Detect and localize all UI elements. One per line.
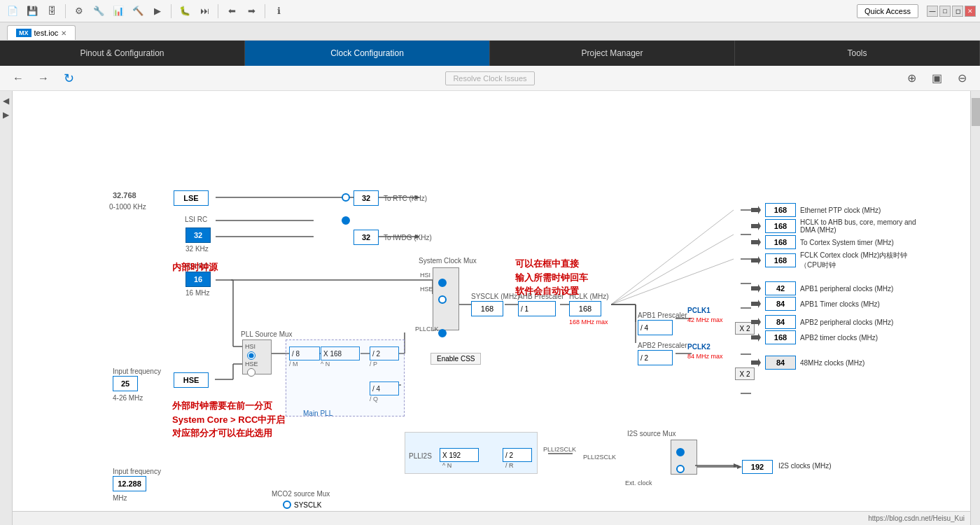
hse-range: 4-26 MHz [113,394,143,402]
maximize-button[interactable]: □ [939,6,951,17]
rpl-row-8: 84 48MHz clocks (MHz) [751,356,926,370]
apb1-div-select[interactable]: / 4 [638,320,673,335]
new-button[interactable]: 📄 [4,3,21,20]
hclk-ahb-val[interactable]: 168 [765,219,796,233]
fclk-val[interactable]: 168 [765,253,796,267]
quick-access-button[interactable]: Quick Access [857,4,918,18]
nav-pinout[interactable]: Pinout & Configuration [0,41,245,66]
iwdg-val-box[interactable]: 32 [354,230,379,245]
apb2-div-select[interactable]: / 2 [638,350,673,365]
main-pll-label: Main PLL [303,410,332,417]
apb1-timer-val[interactable]: 84 [765,297,796,311]
redo-button[interactable]: → [34,69,53,88]
scrollbar-thumb[interactable] [972,98,980,126]
zoom-in-button[interactable]: ⊕ [902,69,921,88]
forward-button[interactable]: ➡ [243,3,260,20]
fit-button[interactable]: ▣ [927,69,946,88]
rtc-val-box[interactable]: 32 [354,190,379,206]
ethernet-val[interactable]: 168 [765,203,796,217]
build-button[interactable]: 🔨 [130,3,146,20]
div-m-label: / M [289,360,298,368]
mco2-source-mux-label: MCO2 source Mux [272,490,330,498]
rpl-row-1: 168 HCLK to AHB bus, core, memory and DM… [751,218,926,234]
tab-test-ioc[interactable]: MX test.ioc ✕ [7,25,76,40]
undo-button[interactable]: ← [8,69,28,88]
apb2-timer-val[interactable]: 168 [765,330,796,344]
svg-marker-57 [751,333,761,342]
close-window-button[interactable]: ✕ [965,6,976,17]
i2s-source-mux-label: I2S source Mux [627,430,676,438]
enable-css-button[interactable]: Enable CSS [430,353,481,365]
apb2-timer-label: APB2 timer clocks (MHz) [800,334,878,342]
icon-button[interactable]: ◻ [952,6,963,17]
i2s-val-box[interactable]: 192 [742,460,773,474]
svg-marker-56 [751,318,761,326]
hclk-input[interactable] [569,301,601,316]
arrow-icon-2 [751,237,761,247]
hclk-max: 168 MHz max [569,318,608,326]
to-iwdg-label: To IWDG (KHz) [384,234,432,241]
ethernet-label: Ethernet PTP clock (MHz) [800,206,881,214]
refresh-button[interactable]: ↻ [59,69,78,88]
lsi-unit: 32 KHz [186,245,209,253]
nav-clock[interactable]: Clock Configuration [245,41,490,66]
arrow-icon-3 [751,255,761,265]
toolbar: 📄 💾 🗄 ⚙ 🔧 📊 🔨 ▶ 🐛 ⏭ ⬅ ➡ ℹ Quick Access —… [0,0,980,22]
tool2-button[interactable]: 🔧 [90,3,107,20]
pclk2-max: 84 MHz max [687,353,723,360]
apb2-per-label: APB2 peripheral clocks (MHz) [800,318,893,326]
nav-tools[interactable]: Tools [735,41,980,66]
mco2-radio-sysclk[interactable] [283,500,291,509]
cortex-timer-val[interactable]: 168 [765,235,796,249]
div-p-select[interactable]: / 2 [370,346,399,360]
ahb-div-select[interactable]: / 1 [518,301,556,316]
hsi-pll-radio[interactable] [247,351,255,360]
mco2-opt-sysclk: SYSCLK [283,500,330,509]
i2s-mux-conn1 [676,448,685,456]
panel-icon2[interactable]: ▶ [3,110,9,120]
hse-sys-connector [438,295,447,304]
input-freq2-box[interactable]: 12.288 [113,476,146,491]
save-all-button[interactable]: 🗄 [43,3,60,20]
resolve-clock-button[interactable]: Resolve Clock Issues [445,71,534,85]
right-scrollbar[interactable] [970,91,980,525]
back-button[interactable]: ⬅ [223,3,240,20]
apb2-per-val[interactable]: 84 [765,315,796,329]
plli2s-mul-select[interactable]: X 192 [440,448,479,462]
step-button[interactable]: ⏭ [196,3,213,20]
fclk-label: FCLK Cortex clock (MHz)内核时钟（CPU时钟 [800,251,926,270]
lse-box: LSE [174,190,209,206]
hsi-value-box[interactable]: 16 [186,272,211,287]
nav-project[interactable]: Project Manager [490,41,735,66]
rpl-row-2: 168 To Cortex System timer (MHz) [751,235,926,249]
mul-n-select[interactable]: X 168 [321,346,360,360]
minimize-button[interactable]: — [927,6,938,17]
to-rtc-label: To RTC (KHz) [384,195,427,202]
save-button[interactable]: 💾 [24,3,41,20]
lsi-value-box[interactable]: 32 [186,227,211,243]
plli2s-div-select[interactable]: / 2 [503,448,532,462]
apb1-per-val[interactable]: 42 [765,281,796,295]
rpl-row-7: 168 APB2 timer clocks (MHz) [751,330,926,344]
panel-icon1[interactable]: ◀ [3,96,9,106]
info-button[interactable]: ℹ [270,3,287,20]
settings-button[interactable]: ⚙ [71,3,88,20]
pllclk-connector [438,329,447,337]
zoom-out-button[interactable]: ⊖ [952,69,972,88]
svg-marker-54 [751,284,761,293]
debug-button[interactable]: 🐛 [176,3,193,20]
rpl-row-5: 84 APB1 Timer clocks (MHz) [751,297,926,311]
run-button[interactable]: ▶ [149,3,166,20]
hse-pll-radio[interactable] [247,368,255,377]
svg-line-36 [611,210,734,304]
status-url: https://blog.csdn.net/Heisu_Kui [868,514,965,522]
mul-n-label: ^ N [321,360,330,368]
sysclk-input[interactable] [471,301,503,316]
hse-value-box[interactable]: 25 [113,376,138,391]
div-q-select[interactable]: / 4 [370,382,399,396]
hsi-pll-label: HSI [245,343,255,350]
tool3-button[interactable]: 📊 [110,3,127,20]
lse-range: 0-1000 KHz [109,203,146,211]
div-m-select[interactable]: / 8 [289,346,320,360]
tab-close-icon[interactable]: ✕ [61,29,66,37]
